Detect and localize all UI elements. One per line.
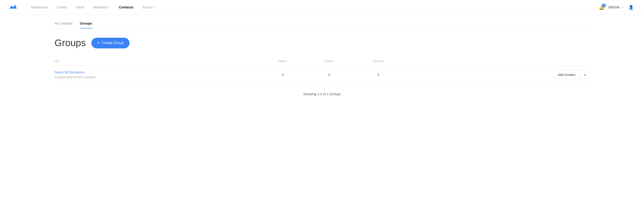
col-unsub: Unsub. (306, 58, 353, 66)
table-body: Sumo 50 Donations Created 2019-03-05 0 c… (54, 66, 590, 84)
nav-collect[interactable]: Collect (56, 5, 67, 9)
col-subsc: Subsc. (260, 58, 306, 66)
notification-count: 2 (602, 4, 606, 8)
notifications-bell[interactable]: 🔔 2 (599, 4, 604, 10)
nav-monetize[interactable]: Monetize ∨ (93, 5, 110, 9)
group-unsub-cell: 0 (306, 66, 353, 84)
nav-extras[interactable]: Extras ∨ (142, 5, 155, 9)
nav-right: 🔔 2 OkDork ∨ 👤 (599, 4, 635, 11)
add-contact-button[interactable]: Add Contact (553, 71, 580, 79)
logo[interactable] (9, 4, 17, 11)
create-group-button[interactable]: + Create Group (91, 38, 130, 48)
action-button-group: Add Contact ∨ (553, 70, 590, 79)
nav-send[interactable]: Send (76, 5, 84, 9)
page-header: Groups + Create Group (54, 38, 590, 48)
tab-all-contacts[interactable]: All Contacts (54, 21, 73, 28)
avatar[interactable]: 👤 (627, 4, 635, 11)
navbar: Dashboard Collect Send Monetize ∨ Contac… (0, 0, 644, 14)
user-chevron-icon: ∨ (622, 6, 624, 9)
user-menu[interactable]: OkDork ∨ (608, 5, 624, 9)
showing-text: Showing 1-1 of 1 Groups (303, 92, 341, 96)
table-header: List Subsc. Unsub. Bounce (54, 58, 590, 66)
table-footer: Showing 1-1 of 1 Groups (54, 92, 590, 96)
group-name-link[interactable]: Sumo 50 Donations (54, 70, 260, 74)
user-name-label: OkDork (608, 5, 620, 9)
dropdown-chevron-icon: ∨ (584, 73, 586, 76)
nav-dashboard[interactable]: Dashboard (31, 5, 48, 9)
create-group-label: Create Group (102, 41, 124, 45)
subsc-value: 0 (282, 73, 284, 76)
tab-groups[interactable]: Groups (80, 21, 92, 28)
group-bounce-cell: 0 (353, 66, 404, 84)
groups-table: List Subsc. Unsub. Bounce Sumo 50 Donati… (54, 58, 590, 84)
table-row: Sumo 50 Donations Created 2019-03-05 0 c… (54, 66, 590, 84)
group-subsc-cell: 0 (260, 66, 306, 84)
extras-chevron-icon: ∨ (153, 6, 155, 9)
unsub-value: 0 (328, 73, 330, 76)
bounce-value: 0 (377, 73, 379, 76)
avatar-icon: 👤 (628, 5, 634, 10)
group-meta: Created 2019-03-05 0 contacts (54, 76, 95, 79)
col-bounce: Bounce (353, 58, 404, 66)
action-cell: Add Contact ∨ (404, 66, 590, 84)
group-list-cell: Sumo 50 Donations Created 2019-03-05 0 c… (54, 66, 260, 84)
page-title: Groups (54, 38, 86, 48)
action-dropdown-button[interactable]: ∨ (580, 71, 589, 79)
main-content: All Contacts Groups Groups + Create Grou… (0, 14, 644, 110)
col-list: List (54, 58, 260, 66)
plus-icon: + (97, 40, 100, 46)
nav-contacts[interactable]: Contacts (119, 5, 134, 9)
nav-links: Dashboard Collect Send Monetize ∨ Contac… (31, 5, 599, 9)
tabs-bar: All Contacts Groups (54, 21, 590, 28)
monetize-chevron-icon: ∨ (108, 6, 110, 9)
